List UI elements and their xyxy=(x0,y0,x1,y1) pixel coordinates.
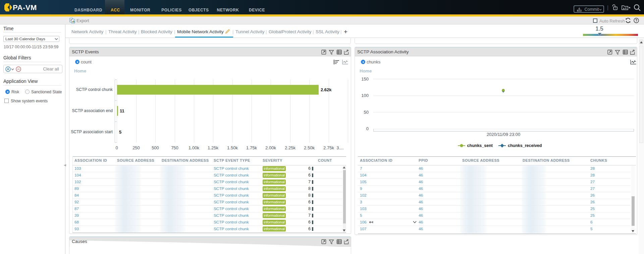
svg-text:?: ? xyxy=(635,19,637,22)
